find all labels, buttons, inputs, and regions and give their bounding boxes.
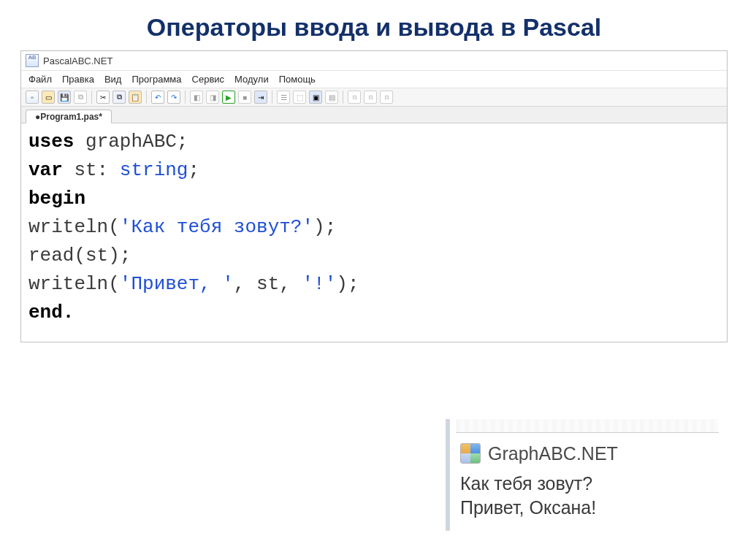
app-icon: AB <box>26 54 39 67</box>
menu-modules[interactable]: Модули <box>234 74 269 85</box>
type-string: string <box>120 159 188 181</box>
code-line: read(st); <box>28 242 720 270</box>
code-text: read(st); <box>28 245 131 266</box>
run-icon[interactable]: ▶ <box>222 91 235 104</box>
code-text: , st, <box>234 273 302 295</box>
toolbar-separator <box>343 91 343 104</box>
toolbar-separator <box>146 91 147 104</box>
menu-file[interactable]: Файл <box>28 74 52 85</box>
file-tab[interactable]: ●Program1.pas* <box>26 110 112 123</box>
ide-window: AB PascalABC.NET Файл Правка Вид Програм… <box>20 50 728 342</box>
keyword-begin: begin <box>28 188 85 210</box>
menu-help[interactable]: Помощь <box>279 74 316 85</box>
toolbar-separator <box>91 91 92 104</box>
output-line: Как тебя зовут? <box>460 472 714 496</box>
menu-view[interactable]: Вид <box>104 74 122 85</box>
menu-bar: Файл Правка Вид Программа Сервис Модули … <box>21 70 727 88</box>
new-file-icon[interactable]: ▫ <box>26 91 39 104</box>
output-title-bar: GraphABC.NET <box>456 433 719 467</box>
toolbar: ▫ ▭ 💾 ⧉ ✂ ⧉ 📋 ↶ ↷ ◧ ◨ ▶ ■ ⇥ ☰ ⬚ ▣ ▤ ⌑ ⌑ … <box>21 88 727 107</box>
toolbar-button[interactable]: ⌑ <box>364 91 377 104</box>
code-line: writeln('Как тебя зовут?'); <box>28 213 720 242</box>
menu-program[interactable]: Программа <box>131 74 181 85</box>
keyword-end: end. <box>28 302 74 323</box>
code-editor[interactable]: uses graphABC; var st: string; begin wri… <box>21 123 727 342</box>
toolbar-button[interactable]: ☰ <box>277 91 290 104</box>
toolbar-button[interactable]: ⬚ <box>293 91 306 104</box>
keyword-var: var <box>28 159 63 181</box>
code-text: graphABC; <box>74 131 188 153</box>
toolbar-separator <box>185 91 186 104</box>
toolbar-button[interactable]: ⌑ <box>348 91 361 104</box>
toolbar-button[interactable]: ◨ <box>206 91 219 104</box>
string-literal: 'Привет, ' <box>120 273 234 295</box>
save-icon[interactable]: 💾 <box>58 91 71 104</box>
copy-icon[interactable]: ⧉ <box>112 91 126 104</box>
code-text: ); <box>313 216 336 238</box>
toolbar-button[interactable]: ▤ <box>325 91 338 104</box>
code-text: writeln( <box>28 273 120 295</box>
tab-strip: ●Program1.pas* <box>21 107 727 123</box>
toolbar-button[interactable]: ◧ <box>190 91 203 104</box>
output-text: Как тебя зовут? Привет, Оксана! <box>456 467 719 532</box>
save-all-icon[interactable]: ⧉ <box>74 91 87 104</box>
app-title: PascalABC.NET <box>43 55 112 66</box>
menu-edit[interactable]: Правка <box>62 74 94 85</box>
code-text: ; <box>188 159 199 181</box>
string-literal: 'Как тебя зовут?' <box>120 216 313 238</box>
menu-service[interactable]: Сервис <box>192 74 225 85</box>
toolbar-button[interactable]: ▣ <box>309 91 322 104</box>
open-file-icon[interactable]: ▭ <box>42 91 55 104</box>
output-window: GraphABC.NET Как тебя зовут? Привет, Окс… <box>446 419 719 532</box>
code-line: end. <box>28 299 720 327</box>
keyword-uses: uses <box>28 131 74 153</box>
code-text: writeln( <box>28 216 120 238</box>
paste-icon[interactable]: 📋 <box>129 91 142 104</box>
output-ruler <box>456 419 719 433</box>
undo-icon[interactable]: ↶ <box>151 91 164 104</box>
slide-title: Операторы ввода и вывода в Pascal <box>0 0 748 50</box>
code-line: writeln('Привет, ', st, '!'); <box>28 270 720 299</box>
code-line: uses graphABC; <box>28 128 720 156</box>
code-text: st: <box>63 159 120 181</box>
stop-icon[interactable]: ■ <box>238 91 251 104</box>
output-line: Привет, Оксана! <box>460 496 714 521</box>
title-bar: AB PascalABC.NET <box>21 51 727 70</box>
code-line: begin <box>28 185 720 213</box>
code-text: ); <box>336 273 359 295</box>
output-title: GraphABC.NET <box>488 443 618 464</box>
string-literal: '!' <box>302 273 336 295</box>
code-line: var st: string; <box>28 156 720 185</box>
toolbar-button[interactable]: ⌑ <box>380 91 393 104</box>
step-icon[interactable]: ⇥ <box>254 91 267 104</box>
cut-icon[interactable]: ✂ <box>96 91 110 104</box>
graphabc-icon <box>460 443 481 464</box>
redo-icon[interactable]: ↷ <box>167 91 180 104</box>
toolbar-separator <box>272 91 272 104</box>
